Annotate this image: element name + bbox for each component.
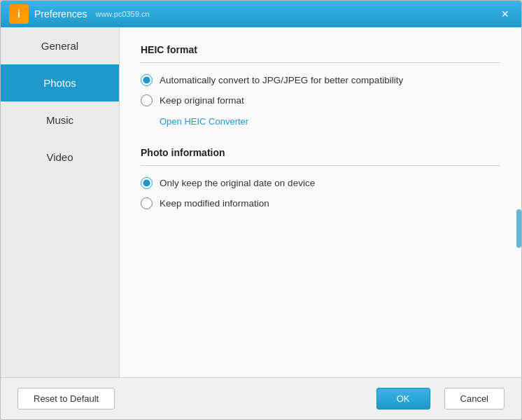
open-heic-converter-link[interactable]: Open HEIC Converter xyxy=(160,116,248,127)
heic-divider xyxy=(141,62,500,63)
photo-info-option-modified[interactable]: Keep modified information xyxy=(141,197,500,209)
dialog-body: General Photos Music Video HEIC format A… xyxy=(1,27,521,377)
heic-radio-auto[interactable] xyxy=(141,74,153,86)
photo-info-option-date-label: Only keep the original date on device xyxy=(160,178,315,188)
sidebar-item-photos[interactable]: Photos xyxy=(1,64,119,102)
heic-option-keep[interactable]: Keep original format xyxy=(141,94,500,106)
heic-radio-group: Automatically convert to JPG/JPEG for be… xyxy=(141,74,500,106)
heic-radio-keep[interactable] xyxy=(141,94,153,106)
photo-info-divider xyxy=(141,165,500,166)
heic-option-keep-label: Keep original format xyxy=(160,95,244,106)
main-panel: HEIC format Automatically convert to JPG… xyxy=(120,27,521,377)
heic-option-auto-label: Automatically convert to JPG/JPEG for be… xyxy=(160,75,403,85)
dialog-title: Preferences xyxy=(34,8,87,20)
app-logo: i xyxy=(9,4,29,24)
sidebar-item-video[interactable]: Video xyxy=(1,139,119,176)
heic-option-auto[interactable]: Automatically convert to JPG/JPEG for be… xyxy=(141,74,500,86)
cancel-button[interactable]: Cancel xyxy=(444,388,505,410)
photo-info-section: Photo information Only keep the original… xyxy=(141,147,500,209)
close-button[interactable]: × xyxy=(497,6,513,22)
photo-info-radio-date[interactable] xyxy=(141,177,153,189)
photo-info-option-modified-label: Keep modified information xyxy=(160,198,269,209)
footer-right-buttons: OK Cancel xyxy=(376,388,505,410)
sidebar-item-general[interactable]: General xyxy=(1,27,119,64)
photo-info-option-date[interactable]: Only keep the original date on device xyxy=(141,177,500,189)
watermark: www.pc0359.cn xyxy=(95,10,149,18)
sidebar-item-music[interactable]: Music xyxy=(1,102,119,139)
footer: Reset to Default OK Cancel xyxy=(1,377,521,419)
scrollbar-thumb[interactable] xyxy=(516,209,521,248)
heic-section-title: HEIC format xyxy=(141,44,500,55)
title-bar-left: i Preferences www.pc0359.cn xyxy=(9,4,150,24)
sidebar: General Photos Music Video xyxy=(1,27,120,377)
photo-info-radio-modified[interactable] xyxy=(141,197,153,209)
ok-button[interactable]: OK xyxy=(376,388,430,410)
title-bar: i Preferences www.pc0359.cn × xyxy=(1,1,521,27)
photo-info-radio-group: Only keep the original date on device Ke… xyxy=(141,177,500,209)
reset-to-default-button[interactable]: Reset to Default xyxy=(17,388,115,410)
preferences-dialog: i Preferences www.pc0359.cn × General Ph… xyxy=(0,0,522,420)
photo-info-section-title: Photo information xyxy=(141,147,500,158)
